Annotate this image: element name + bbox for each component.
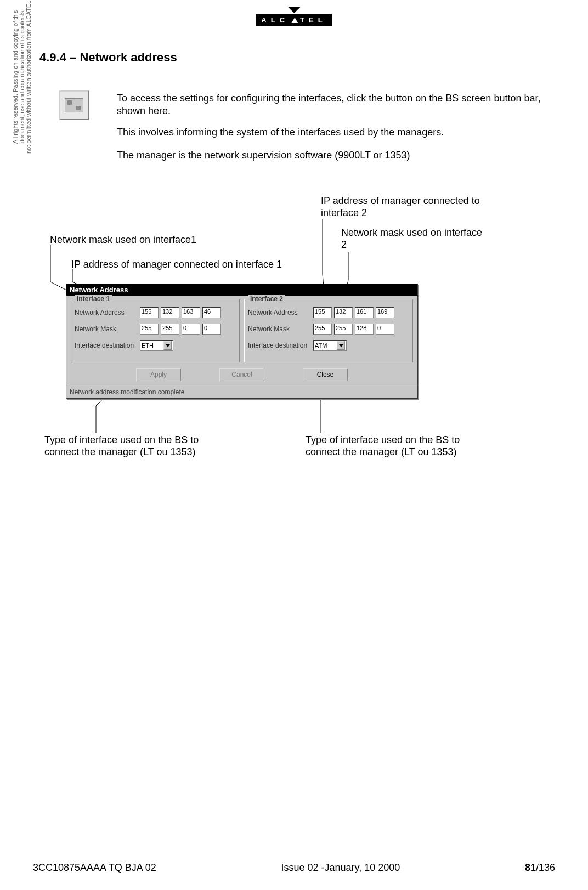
confidentiality-notice: All rights reserved. Passing on and copy… [12,1,32,154]
callout-type-interface1: Type of interface used on the BS to conn… [44,434,220,458]
paragraph: To access the settings for configuring t… [117,92,545,118]
footer-issue: Issue 02 -January, 10 2000 [281,862,400,874]
mask-octet-field[interactable]: 128 [355,324,374,335]
paragraph: The manager is the network supervision s… [117,149,545,162]
triangle-down-icon [287,7,301,13]
logo-text-right: TEL [300,16,327,24]
interface-destination-select[interactable]: ATM [313,340,347,351]
ip-octet-field[interactable]: 161 [355,307,374,318]
interface-destination-label: Interface destination [75,342,138,349]
interface2-panel: Interface 2 Network Address 155 132 161 … [244,299,413,362]
chevron-down-icon [337,341,345,350]
mask-octet-field[interactable]: 255 [313,324,332,335]
network-icon [65,98,83,112]
network-mask-label: Network Mask [75,325,138,333]
footer-doc-ref: 3CC10875AAAA TQ BJA 02 [33,862,156,874]
dialog-title-bar: Network Address [66,284,417,296]
mask-octet-field[interactable]: 0 [202,324,221,335]
network-address-dialog: Network Address Interface 1 Network Addr… [66,284,418,399]
ip-octet-field[interactable]: 163 [182,307,200,318]
ip-octet-field[interactable]: 155 [140,307,159,318]
network-address-label: Network Address [75,309,138,316]
network-mask-label: Network Mask [248,325,311,333]
page-footer: 3CC10875AAAA TQ BJA 02 Issue 02 -January… [0,862,588,874]
mask-octet-field[interactable]: 0 [182,324,200,335]
brand-logo: ALC TEL [256,7,332,26]
interface-destination-label: Interface destination [248,342,311,349]
callout-ip-interface1: IP address of manager connected on inter… [71,259,282,271]
callout-mask-interface1: Network mask used on interface1 [50,234,196,246]
callout-ip-interface2: IP address of manager connected to inter… [321,195,496,219]
status-bar: Network address modification complete [66,386,417,398]
interface-destination-select[interactable]: ETH [140,340,173,351]
callout-type-interface2: Type of interface used on the BS to conn… [306,434,481,458]
ip-octet-field[interactable]: 132 [161,307,179,318]
mask-octet-field[interactable]: 255 [140,324,159,335]
mask-octet-field[interactable]: 255 [334,324,353,335]
network-address-toolbar-icon [59,90,89,120]
brand-logo-text: ALC TEL [256,14,332,26]
notice-line: All rights reserved. Passing on and copy… [12,10,19,144]
page-total: /136 [536,862,555,873]
ip-octet-field[interactable]: 132 [334,307,353,318]
ip-octet-field[interactable]: 169 [376,307,394,318]
logo-text-left: ALC [261,16,289,24]
notice-line: not permitted without written authorizat… [25,1,32,154]
footer-page-number: 81/136 [525,862,555,874]
ip-octet-field[interactable]: 155 [313,307,332,318]
panel-title: Interface 2 [248,295,285,303]
ip-octet-field[interactable]: 46 [202,307,221,318]
interface1-panel: Interface 1 Network Address 155 132 163 … [71,299,240,362]
chevron-down-icon [163,341,172,350]
mask-octet-field[interactable]: 255 [161,324,179,335]
select-value: ETH [142,342,154,349]
triangle-up-icon [291,18,298,23]
mask-octet-field[interactable]: 0 [376,324,394,335]
select-value: ATM [315,342,327,349]
paragraph: This involves informing the system of th… [117,126,545,139]
notice-line: document, use and communication of its c… [19,11,25,144]
close-button[interactable]: Close [303,368,348,381]
apply-button[interactable]: Apply [136,368,181,381]
panel-title: Interface 1 [75,295,112,303]
cancel-button[interactable]: Cancel [219,368,264,381]
network-address-label: Network Address [248,309,311,316]
section-heading: 4.9.4 – Network address [39,50,177,65]
page-current: 81 [525,862,536,873]
callout-mask-interface2: Network mask used on interface 2 [341,227,484,251]
